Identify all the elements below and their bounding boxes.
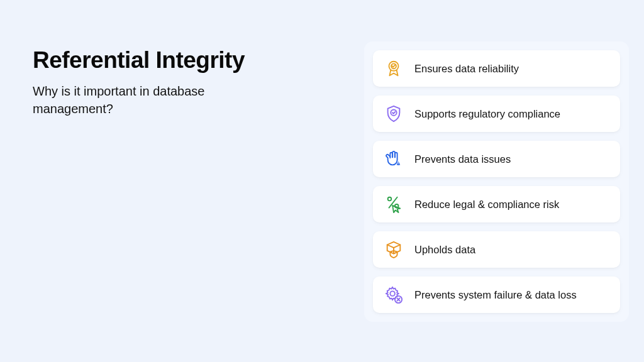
svg-point-9 — [390, 291, 395, 296]
page-title: Referential Integrity — [33, 47, 352, 74]
benefit-card: Ensures data reliability — [373, 50, 620, 87]
award-ribbon-icon — [384, 59, 403, 78]
svg-point-3 — [398, 164, 399, 165]
benefit-card: Prevents system failure & data loss — [373, 277, 620, 313]
cursor-percent-icon — [384, 195, 403, 214]
svg-point-5 — [388, 197, 392, 201]
benefit-card: Reduce legal & compliance risk — [373, 186, 620, 222]
benefit-card: Supports regulatory compliance — [373, 96, 620, 132]
shield-check-icon — [384, 104, 403, 123]
box-shield-icon — [384, 240, 403, 259]
page-subtitle: Why is it important in database manageme… — [33, 82, 284, 118]
benefit-label: Prevents data issues — [414, 153, 511, 165]
benefit-label: Reduce legal & compliance risk — [414, 199, 559, 211]
hand-alert-icon — [384, 150, 403, 168]
benefit-label: Upholds data — [414, 244, 475, 256]
benefit-label: Supports regulatory compliance — [414, 108, 560, 120]
benefits-panel: Ensures data reliability Supports regula… — [364, 41, 629, 322]
benefit-card: Upholds data — [373, 231, 620, 268]
benefit-label: Prevents system failure & data loss — [414, 289, 577, 301]
gear-x-icon — [384, 285, 403, 304]
benefit-label: Ensures data reliability — [414, 63, 519, 75]
benefit-card: Prevents data issues — [373, 141, 620, 177]
